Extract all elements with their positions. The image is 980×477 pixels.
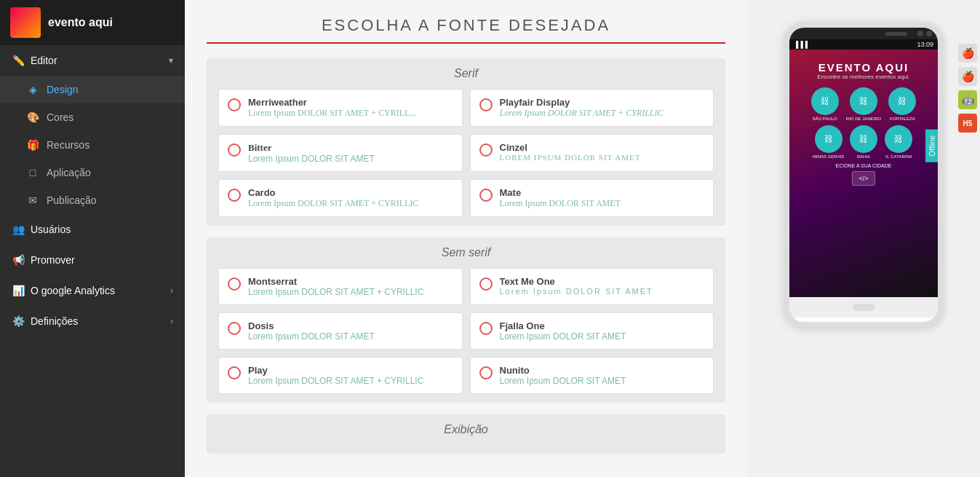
font-name-fjalla: Fjalla One <box>500 320 626 331</box>
font-name-play: Play <box>248 365 423 376</box>
definicoes-chevron: › <box>170 316 173 326</box>
sidebar-promover-section[interactable]: 📢 Promover <box>0 245 185 275</box>
font-item-cardo[interactable]: Cardo Lorem Ipsum DOLOR SIT AMET + CYRIL… <box>218 179 463 217</box>
font-info-play: Play Lorem Ipsum DOLOR SIT AMET + CYRILL… <box>248 365 423 386</box>
font-item-merriweather[interactable]: Merriweather Lorem Ipsum DOLOR SIT AMET … <box>218 89 463 127</box>
phone-city-label-bahia: BAHIA <box>857 154 870 159</box>
sidebar-definicoes-section[interactable]: ⚙️ Definições › <box>0 306 185 336</box>
apple2-icon[interactable]: 🍎 <box>958 67 977 86</box>
font-preview-nunito: Lorem Ipsum DOLOR SIT AMET <box>500 376 626 386</box>
phone-camera <box>917 31 923 36</box>
apple-icon[interactable]: 🍎 <box>958 44 977 63</box>
sidebar-analytics-section[interactable]: 📊 O google Analytics › <box>0 275 185 306</box>
sidebar-item-recursos[interactable]: 🎁 Recursos <box>0 131 185 159</box>
font-name-cardo: Cardo <box>248 187 418 198</box>
promover-label: Promover <box>31 254 75 266</box>
sidebar-item-design[interactable]: ◈ Design <box>0 76 185 103</box>
font-item-mate[interactable]: Mate Lorem Ipsum DOLOR SIT AMET <box>470 179 714 217</box>
phone-city-fortaleza[interactable]: ⛓ FORTALEZA <box>885 87 920 121</box>
usuarios-icon: 👥 <box>12 223 25 236</box>
offline-tab[interactable]: Offline <box>925 130 939 162</box>
font-radio-textmeone[interactable] <box>479 277 493 291</box>
font-radio-fjalla[interactable] <box>479 322 493 335</box>
analytics-icon: 📊 <box>12 284 25 297</box>
editor-label: Editor <box>31 55 57 66</box>
right-icons: 🍎 🍎 🤖 H5 <box>958 44 977 133</box>
sidebar: evento aqui ✏️ Editor ▾ ◈ Design 🎨 Cores… <box>0 0 185 477</box>
font-info-dosis: Dosis Lorem Ipsum DOLOR SIT AMET <box>248 320 375 342</box>
font-radio-playfair[interactable] <box>479 98 493 111</box>
font-item-cinzel[interactable]: Cinzel LOREM IPSUM DOLOR SIT AMET <box>470 134 714 172</box>
publicacao-icon: ✉ <box>26 194 39 207</box>
font-item-bitter[interactable]: Bitter Lorem Ipsum DOLOR SIT AMET <box>218 134 463 172</box>
phone-city-saopulo[interactable]: ⛓ SÃO PAULO <box>807 87 842 121</box>
font-preview-cinzel: LOREM IPSUM DOLOR SIT AMET <box>500 153 641 162</box>
phone-top-bar <box>789 28 938 39</box>
font-radio-merriweather[interactable] <box>228 98 241 111</box>
sidebar-item-publicacao[interactable]: ✉ Publicação <box>0 186 185 214</box>
recursos-label: Recursos <box>47 139 89 151</box>
phone-bottom: ECIONE A SUA CIDADE </> <box>835 163 891 189</box>
font-info-merriweather: Merriweather Lorem Ipsum DOLOR SIT AMET … <box>248 97 416 119</box>
font-radio-nunito[interactable] <box>479 366 493 379</box>
font-preview-playfair: Lorem Ipsum DOLOR SIT AMET + CYRILLIC <box>500 108 664 119</box>
phone-event-title: EVENTO AQUI <box>818 61 909 74</box>
font-preview-play: Lorem Ipsum DOLOR SIT AMET + CYRILLIC <box>248 376 423 386</box>
definicoes-icon: ⚙️ <box>12 315 25 328</box>
editor-chevron: ▾ <box>169 55 173 66</box>
sidebar-item-aplicacao[interactable]: □ Aplicação <box>0 159 185 186</box>
sidebar-item-cores[interactable]: 🎨 Cores <box>0 103 185 131</box>
phone-camera2 <box>926 31 932 36</box>
font-radio-bitter[interactable] <box>228 143 241 157</box>
phone-city-label-minas: MINAS GERAIS <box>813 154 844 159</box>
font-radio-cinzel[interactable] <box>479 143 493 157</box>
font-preview-textmeone: Lorem Ipsum DOLOR SIT AMET <box>500 287 653 296</box>
phone-btn-saopaulo[interactable]: ⛓ <box>811 87 839 115</box>
android-icon[interactable]: 🤖 <box>958 90 977 109</box>
phone-btn-bahia[interactable]: ⛓ <box>850 125 877 153</box>
edit-icon: ✏️ <box>12 54 25 67</box>
font-radio-montserrat[interactable] <box>228 277 241 291</box>
phone-btn-rio[interactable]: ⛓ <box>850 87 877 115</box>
font-section-sem-serif: Sem serif Montserrat Lorem Ipsum DOLOR S… <box>207 237 725 403</box>
phone-city-grid-row2: ⛓ MINAS GERAIS ⛓ BAHIA ⛓ S. <box>810 125 917 159</box>
font-radio-cardo[interactable] <box>228 189 241 202</box>
phone-home-button[interactable] <box>853 304 875 311</box>
font-item-fjalla[interactable]: Fjalla One Lorem Ipsum DOLOR SIT AMET <box>470 312 714 350</box>
phone-btn-icon-scatarina: ⛓ <box>894 134 903 144</box>
font-item-montserrat[interactable]: Montserrat Lorem Ipsum DOLOR SIT AMET + … <box>218 268 463 305</box>
phone-code-button[interactable]: </> <box>852 171 875 186</box>
font-info-nunito: Nunito Lorem Ipsum DOLOR SIT AMET <box>500 365 626 386</box>
phone-city-bahia[interactable]: ⛓ BAHIA <box>848 125 879 159</box>
phone-btn-minas[interactable]: ⛓ <box>815 125 842 153</box>
html5-icon[interactable]: H5 <box>958 114 977 133</box>
phone-city-grid-row1: ⛓ SÃO PAULO ⛓ RIO DE JANEIRO ⛓ <box>804 87 923 121</box>
phone-city-rio[interactable]: ⛓ RIO DE JANEIRO <box>846 87 881 121</box>
font-item-play[interactable]: Play Lorem Ipsum DOLOR SIT AMET + CYRILL… <box>218 357 463 394</box>
font-item-dosis[interactable]: Dosis Lorem Ipsum DOLOR SIT AMET <box>218 312 463 350</box>
font-name-bitter: Bitter <box>248 142 375 154</box>
phone-btn-icon-fortaleza: ⛓ <box>898 96 907 106</box>
sem-serif-section-title: Sem serif <box>218 246 714 259</box>
phone-city-label-scatarina: S. CATARINA <box>885 154 912 159</box>
font-radio-mate[interactable] <box>479 189 493 202</box>
font-item-playfair[interactable]: Playfair Display Lorem Ipsum DOLOR SIT A… <box>470 89 714 127</box>
phone-screen: EVENTO AQUI Encontre os melhores eventos… <box>789 50 938 297</box>
sidebar-usuarios-section[interactable]: 👥 Usuários <box>0 214 185 245</box>
font-name-dosis: Dosis <box>248 320 375 331</box>
phone-time: 13:09 <box>917 41 933 48</box>
phone-btn-scatarina[interactable]: ⛓ <box>885 125 912 153</box>
phone-signal: ▐▐▐ <box>794 41 808 48</box>
font-item-textmeone[interactable]: Text Me One Lorem Ipsum DOLOR SIT AMET <box>470 268 714 305</box>
font-radio-play[interactable] <box>228 366 241 379</box>
font-radio-dosis[interactable] <box>228 322 241 335</box>
font-item-nunito[interactable]: Nunito Lorem Ipsum DOLOR SIT AMET <box>470 357 714 394</box>
promover-icon: 📢 <box>12 253 25 267</box>
phone-city-scatarina[interactable]: ⛓ S. CATARINA <box>883 125 915 159</box>
sidebar-editor-section[interactable]: ✏️ Editor ▾ <box>0 45 185 76</box>
phone-btn-fortaleza[interactable]: ⛓ <box>888 87 916 115</box>
phone-city-minas[interactable]: ⛓ MINAS GERAIS <box>813 125 844 159</box>
analytics-label: O google Analytics <box>31 285 115 296</box>
phone-home-area <box>789 297 938 318</box>
phone-btn-icon-minas: ⛓ <box>824 134 833 144</box>
